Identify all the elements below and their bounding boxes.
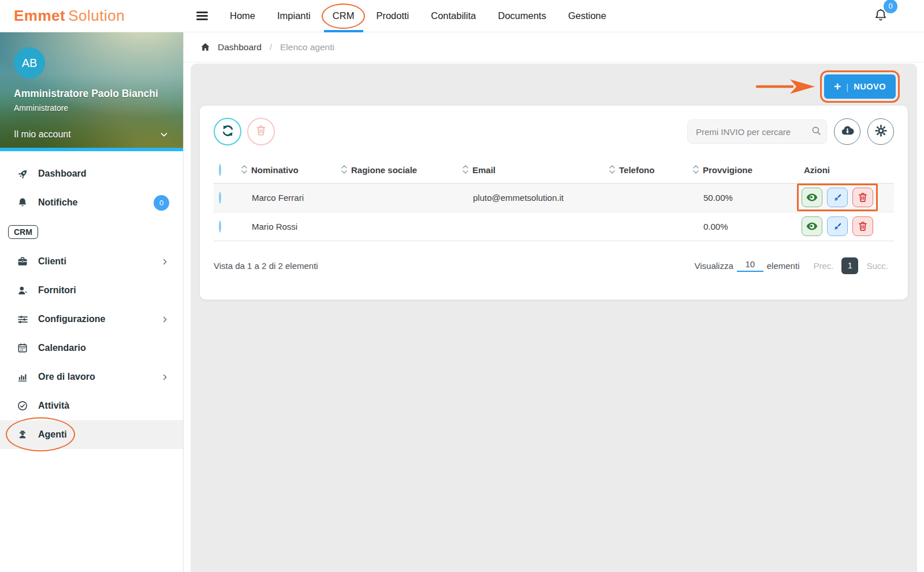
results-summary: Vista da 1 a 2 di 2 elementi bbox=[214, 261, 318, 271]
trash-icon bbox=[255, 124, 267, 139]
chevron-right-icon bbox=[161, 373, 169, 382]
my-account-button[interactable]: Il mio account bbox=[14, 129, 169, 143]
top-navbar: EmmetSolution Home Impianti CRM Prodotti… bbox=[0, 0, 924, 32]
sidebar-item-clienti[interactable]: Clienti bbox=[0, 247, 183, 276]
row-checkbox[interactable] bbox=[219, 192, 221, 204]
column-header[interactable]: Ragione sociale bbox=[351, 165, 417, 175]
sidebar-item-fornitori[interactable]: Fornitori bbox=[0, 276, 183, 305]
bulk-delete-button[interactable] bbox=[247, 118, 275, 145]
search-box bbox=[687, 119, 827, 144]
prev-page-button[interactable]: Prec. bbox=[813, 261, 833, 271]
sidebar-item-ore-di-lavoro[interactable]: Ore di lavoro bbox=[0, 362, 183, 391]
settings-button[interactable] bbox=[867, 118, 894, 145]
row-actions bbox=[802, 188, 873, 207]
column-header[interactable]: Email bbox=[472, 165, 495, 175]
page-size-unit: elementi bbox=[767, 261, 800, 271]
calendar-icon bbox=[16, 342, 29, 354]
sliders-icon bbox=[16, 313, 29, 326]
rocket-icon bbox=[16, 168, 29, 180]
sidebar-menu: Dashboard Notifiche 0 CRM Clienti Fo bbox=[0, 151, 183, 449]
chevron-right-icon bbox=[161, 257, 169, 266]
refresh-button[interactable] bbox=[214, 118, 241, 145]
bell-icon bbox=[873, 14, 888, 24]
pagination-controls: Visualizza 10 elementi Prec. 1 Succ. bbox=[695, 257, 895, 274]
next-page-button[interactable]: Succ. bbox=[866, 261, 888, 271]
view-button[interactable] bbox=[802, 188, 822, 207]
agents-card: Nominativo Ragione sociale Email Telefon… bbox=[200, 106, 908, 300]
gear-icon bbox=[874, 124, 888, 140]
chevron-down-icon bbox=[159, 129, 169, 140]
cell-phone bbox=[609, 183, 693, 212]
supplier-person-icon bbox=[16, 285, 29, 297]
nav-item-contabilita[interactable]: Contabilita bbox=[431, 0, 476, 32]
nav-item-crm[interactable]: CRM bbox=[333, 0, 355, 32]
table-header-row: Nominativo Ragione sociale Email Telefon… bbox=[214, 158, 894, 183]
agents-table: Nominativo Ragione sociale Email Telefon… bbox=[214, 158, 894, 241]
breadcrumb: Dashboard / Elenco agenti bbox=[184, 32, 924, 62]
plus-icon: + bbox=[834, 80, 841, 92]
column-header[interactable]: Nominativo bbox=[251, 165, 299, 175]
notifications-bell-button[interactable]: 0 bbox=[873, 8, 888, 25]
bar-chart-icon bbox=[16, 371, 29, 383]
cell-commission: 50.00% bbox=[693, 183, 796, 212]
sort-icon[interactable] bbox=[341, 165, 347, 176]
delete-button[interactable] bbox=[852, 188, 873, 207]
nav-item-prodotti[interactable]: Prodotti bbox=[376, 0, 409, 32]
sort-icon[interactable] bbox=[241, 165, 247, 176]
nav-item-home[interactable]: Home bbox=[230, 0, 255, 32]
cell-company bbox=[341, 212, 463, 241]
view-button[interactable] bbox=[802, 216, 822, 236]
cell-name: Marco Ferrari bbox=[241, 183, 341, 212]
card-toolbar bbox=[200, 106, 908, 154]
active-tab-underline bbox=[324, 30, 363, 32]
sidebar: AB Amministratore Paolo Bianchi Amminist… bbox=[0, 32, 184, 572]
check-circle-icon bbox=[16, 400, 29, 412]
cloud-download-icon bbox=[840, 124, 855, 140]
column-header-azioni: Azioni bbox=[796, 158, 894, 183]
sidebar-item-attivita[interactable]: Attività bbox=[0, 391, 183, 420]
delete-button[interactable] bbox=[852, 216, 873, 236]
sidebar-item-agenti[interactable]: Agenti bbox=[0, 420, 183, 449]
export-button[interactable] bbox=[834, 118, 860, 145]
cell-phone bbox=[609, 212, 693, 241]
refresh-icon bbox=[221, 124, 234, 140]
table-footer: Vista da 1 a 2 di 2 elementi Visualizza … bbox=[200, 241, 908, 274]
nav-item-impianti[interactable]: Impianti bbox=[277, 0, 311, 32]
sidebar-item-notifiche[interactable]: Notifiche 0 bbox=[0, 188, 183, 217]
page-size-select[interactable]: 10 bbox=[737, 259, 763, 272]
chevron-right-icon bbox=[161, 315, 169, 324]
search-icon bbox=[811, 125, 822, 139]
column-header[interactable]: Telefono bbox=[619, 165, 654, 175]
cell-name: Mario Rossi bbox=[241, 212, 341, 241]
home-icon[interactable] bbox=[200, 42, 211, 53]
edit-button[interactable] bbox=[827, 188, 848, 207]
sort-icon[interactable] bbox=[609, 165, 615, 176]
page-size-label: Visualizza bbox=[695, 261, 733, 271]
search-input[interactable] bbox=[696, 127, 811, 137]
select-all-checkbox[interactable] bbox=[219, 164, 221, 176]
breadcrumb-dashboard-link[interactable]: Dashboard bbox=[218, 42, 262, 53]
crm-section-tag: CRM bbox=[8, 225, 38, 239]
hamburger-menu-icon[interactable] bbox=[196, 12, 208, 20]
nav-item-documents[interactable]: Documents bbox=[498, 0, 546, 32]
edit-button[interactable] bbox=[827, 216, 848, 236]
sort-icon[interactable] bbox=[463, 165, 468, 176]
top-nav-items: Home Impianti CRM Prodotti Contabilita D… bbox=[230, 0, 606, 32]
app-logo[interactable]: EmmetSolution bbox=[0, 7, 184, 25]
current-page-button[interactable]: 1 bbox=[841, 257, 858, 274]
new-button[interactable]: + | NUOVO bbox=[824, 74, 896, 99]
avatar[interactable]: AB bbox=[14, 47, 45, 78]
table-row: Mario Rossi 0.00% bbox=[214, 212, 894, 241]
bell-icon bbox=[16, 197, 29, 208]
sidebar-item-configurazione[interactable]: Configurazione bbox=[0, 305, 183, 334]
sidebar-item-calendario[interactable]: Calendario bbox=[0, 334, 183, 362]
breadcrumb-separator: / bbox=[270, 42, 272, 52]
cell-commission: 0.00% bbox=[693, 212, 796, 241]
row-checkbox[interactable] bbox=[219, 220, 221, 233]
cell-company bbox=[341, 183, 463, 212]
sidebar-item-dashboard[interactable]: Dashboard bbox=[0, 159, 183, 188]
sort-icon[interactable] bbox=[693, 165, 699, 176]
nav-item-gestione[interactable]: Gestione bbox=[568, 0, 606, 32]
sidebar-section-crm: CRM bbox=[0, 217, 183, 247]
column-header[interactable]: Provvigione bbox=[703, 165, 752, 175]
